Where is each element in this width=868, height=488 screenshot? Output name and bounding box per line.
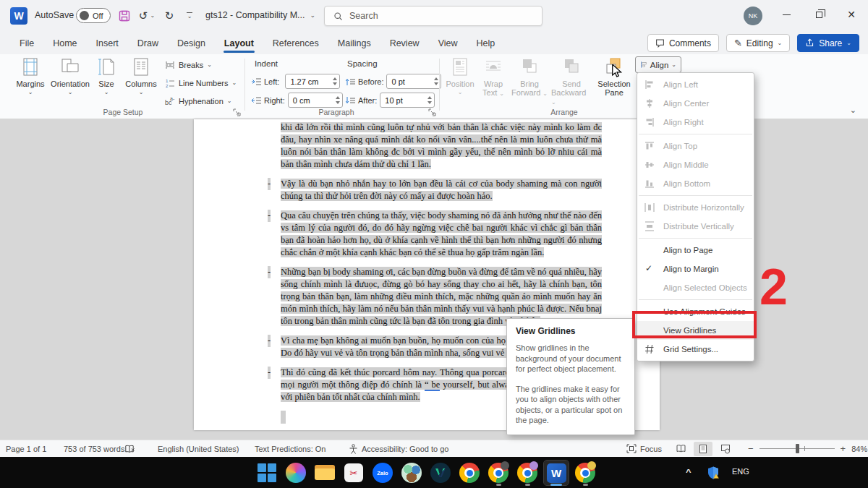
snipping-tool-button[interactable]: ✂ — [341, 461, 366, 485]
minimize-button[interactable] — [770, 0, 802, 29]
tab-layout[interactable]: Layout — [215, 34, 263, 53]
save-icon — [119, 10, 130, 22]
breaks-button[interactable]: Breaks ⌄ — [165, 60, 212, 70]
spacing-before-value: 0 pt — [391, 77, 404, 86]
autosave-label: AutoSave — [35, 10, 74, 20]
language-switcher[interactable]: ENG — [732, 467, 749, 476]
tab-review[interactable]: Review — [380, 34, 429, 53]
orientation-button[interactable]: Orientation ⌄ — [51, 57, 90, 95]
word-taskbar-button[interactable]: W — [544, 461, 569, 485]
proofing-book-icon — [124, 444, 135, 454]
comments-button[interactable]: Comments — [647, 34, 719, 52]
tab-mailings[interactable]: Mailings — [328, 34, 380, 53]
position-icon — [451, 57, 469, 77]
page-setup-dialog-launcher[interactable] — [233, 108, 241, 116]
chrome-profile-1-button[interactable] — [486, 461, 511, 485]
align-button[interactable]: Align ⌄ — [635, 56, 681, 73]
align-top-icon — [644, 141, 655, 151]
close-button[interactable]: ✕ — [835, 0, 867, 29]
tab-design[interactable]: Design — [168, 34, 215, 53]
running-indicator — [583, 484, 588, 486]
zalo-button[interactable]: Zalo — [370, 461, 395, 485]
search-input[interactable]: Search — [324, 6, 542, 26]
menu-item-align-to-margin[interactable]: ✓ Align to Margin — [637, 260, 754, 278]
file-explorer-button[interactable] — [312, 461, 337, 485]
paragraph-group-label: Paragraph — [293, 108, 380, 116]
read-mode-button[interactable] — [671, 442, 690, 456]
chevron-down-icon: ⌄ — [231, 80, 237, 86]
tab-home[interactable]: Home — [43, 34, 86, 53]
spinner[interactable] — [434, 77, 438, 85]
tab-insert[interactable]: Insert — [87, 34, 128, 53]
start-button[interactable] — [255, 461, 279, 485]
chrome-profile-3-button[interactable] — [573, 461, 597, 485]
accessibility-status[interactable]: Accessibility: Good to go — [349, 440, 448, 457]
text-predictions-indicator[interactable]: Text Predictions: On — [255, 440, 326, 457]
language-indicator[interactable]: English (United States) — [158, 440, 239, 457]
tab-draw[interactable]: Draw — [128, 34, 168, 53]
tab-help[interactable]: Help — [467, 34, 505, 53]
size-button[interactable]: Size ⌄ — [93, 57, 120, 95]
paint-button[interactable] — [399, 461, 424, 485]
print-layout-button[interactable] — [694, 442, 712, 456]
margins-button[interactable]: Margins ⌄ — [13, 57, 48, 95]
customize-quick-access-button[interactable]: ⌄ — [182, 7, 197, 25]
spacing-after-input[interactable]: 10 pt — [380, 93, 435, 108]
v-app-button[interactable] — [428, 461, 453, 485]
spinner[interactable] — [333, 77, 337, 85]
indent-right-icon — [252, 96, 261, 105]
chrome-profile-2-button[interactable] — [515, 461, 540, 485]
avatar[interactable]: NK — [744, 7, 762, 25]
spinner[interactable] — [336, 96, 340, 104]
word-count[interactable]: 753 of 753 words — [64, 440, 124, 457]
focus-button[interactable]: Focus — [626, 440, 662, 457]
menu-item-grid-settings[interactable]: Grid Settings... — [637, 340, 754, 359]
menu-item-align-right: Align Right — [637, 113, 754, 132]
spacing-before-input[interactable]: 0 pt — [386, 74, 441, 89]
columns-label: Columns — [125, 80, 156, 88]
menu-item-align-center: Align Center — [637, 94, 754, 113]
windows-security-shield-icon[interactable] — [706, 466, 720, 480]
zoom-slider[interactable] — [760, 448, 835, 449]
paragraph-dialog-launcher[interactable] — [428, 108, 436, 116]
save-button[interactable] — [116, 7, 133, 25]
restore-button[interactable] — [803, 0, 835, 29]
columns-button[interactable]: Columns ⌄ — [123, 57, 159, 95]
print-layout-icon — [699, 444, 707, 454]
spinner[interactable] — [427, 96, 432, 104]
copilot-button[interactable] — [284, 461, 308, 485]
autosave-toggle[interactable]: Off — [76, 8, 111, 23]
tab-file[interactable]: File — [10, 34, 43, 53]
chrome-button[interactable] — [457, 461, 482, 485]
indent-right-input[interactable]: 0 cm — [288, 93, 343, 108]
zoom-slider-thumb[interactable] — [796, 444, 799, 453]
tab-references[interactable]: References — [263, 34, 328, 53]
paint-palette-icon — [401, 463, 422, 483]
comment-icon — [655, 38, 665, 48]
web-layout-button[interactable] — [716, 442, 735, 456]
page-indicator[interactable]: Page 1 of 1 — [6, 440, 46, 457]
indent-left-input[interactable]: 1.27 cm — [285, 74, 340, 89]
hyphenation-button[interactable]: bca- Hyphenation ⌄ — [165, 96, 231, 106]
collapse-ribbon-chevron-icon[interactable]: ⌄ — [850, 106, 856, 115]
menu-item-align-bottom: Align Bottom — [637, 174, 754, 193]
zoom-100-tick — [804, 446, 805, 451]
chrome-icon — [488, 463, 509, 483]
line-numbers-button[interactable]: 12 Line Numbers ⌄ — [165, 78, 237, 88]
minimize-icon — [783, 14, 791, 15]
zoom-percentage[interactable]: 84% — [851, 445, 867, 453]
proofing-errors-button[interactable] — [124, 440, 135, 457]
position-label: Position — [446, 80, 474, 88]
paragraph: - Vậy là dù bạn nhỏ nhắn hay to lớn bạn … — [281, 178, 602, 202]
undo-button[interactable]: ↺ ⌄ — [136, 7, 158, 25]
editing-mode-button[interactable]: ✎ Editing ⌄ — [726, 34, 790, 52]
zoom-out-button[interactable]: − — [748, 443, 754, 454]
spacing-after-value: 10 pt — [385, 96, 402, 105]
tab-view[interactable]: View — [429, 34, 467, 53]
redo-button[interactable]: ↻ — [161, 7, 178, 25]
menu-item-align-to-page[interactable]: Align to Page — [637, 241, 754, 260]
share-button[interactable]: Share ⌄ — [797, 34, 859, 52]
document-title[interactable]: gts12 - Compatibility M... ⌄ — [205, 10, 315, 20]
zoom-in-button[interactable]: + — [841, 443, 846, 454]
taskbar-overflow-chevron[interactable]: ^ — [686, 468, 692, 477]
